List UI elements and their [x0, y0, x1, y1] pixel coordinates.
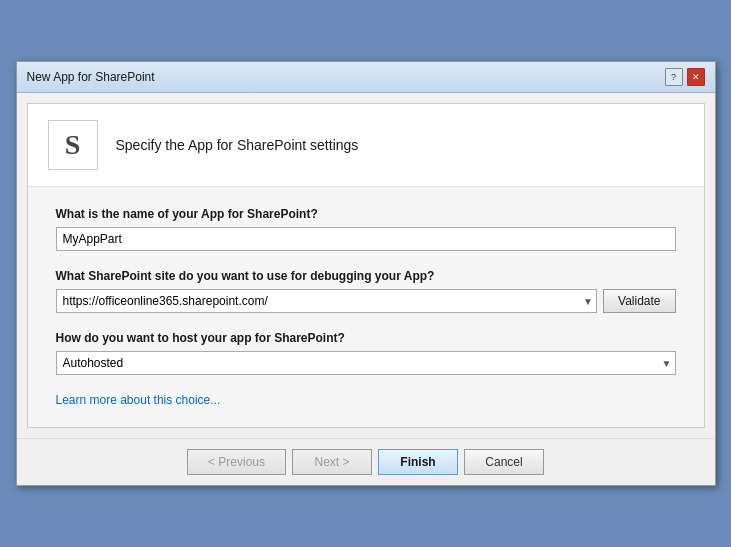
- hosting-group: How do you want to host your app for Sha…: [56, 331, 676, 375]
- cancel-button[interactable]: Cancel: [464, 449, 544, 475]
- learn-more-link[interactable]: Learn more about this choice...: [56, 393, 221, 407]
- hosting-dropdown-wrapper: Autohosted Provider-hosted SharePoint-ho…: [56, 351, 676, 375]
- dialog: New App for SharePoint ? ✕ S Specify the…: [16, 61, 716, 486]
- header-title: Specify the App for SharePoint settings: [116, 137, 359, 153]
- title-bar: New App for SharePoint ? ✕: [17, 62, 715, 93]
- hosting-label: How do you want to host your app for Sha…: [56, 331, 676, 345]
- dialog-title: New App for SharePoint: [27, 70, 155, 84]
- previous-button[interactable]: < Previous: [187, 449, 286, 475]
- header-section: S Specify the App for SharePoint setting…: [28, 104, 704, 187]
- site-url-row: https://officeonline365.sharepoint.com/ …: [56, 289, 676, 313]
- app-name-group: What is the name of your App for SharePo…: [56, 207, 676, 251]
- hosting-dropdown[interactable]: Autohosted Provider-hosted SharePoint-ho…: [56, 351, 676, 375]
- footer: < Previous Next > Finish Cancel: [17, 438, 715, 485]
- close-button[interactable]: ✕: [687, 68, 705, 86]
- dialog-body: S Specify the App for SharePoint setting…: [27, 103, 705, 428]
- finish-button[interactable]: Finish: [378, 449, 458, 475]
- site-url-group: What SharePoint site do you want to use …: [56, 269, 676, 313]
- next-button[interactable]: Next >: [292, 449, 372, 475]
- content-section: What is the name of your App for SharePo…: [28, 187, 704, 427]
- validate-button[interactable]: Validate: [603, 289, 675, 313]
- app-name-input[interactable]: [56, 227, 676, 251]
- title-bar-controls: ? ✕: [665, 68, 705, 86]
- help-button[interactable]: ?: [665, 68, 683, 86]
- site-url-label: What SharePoint site do you want to use …: [56, 269, 676, 283]
- sharepoint-logo: S: [48, 120, 98, 170]
- app-name-label: What is the name of your App for SharePo…: [56, 207, 676, 221]
- site-url-dropdown[interactable]: https://officeonline365.sharepoint.com/: [56, 289, 598, 313]
- logo-letter: S: [65, 129, 81, 161]
- site-url-dropdown-wrapper: https://officeonline365.sharepoint.com/ …: [56, 289, 598, 313]
